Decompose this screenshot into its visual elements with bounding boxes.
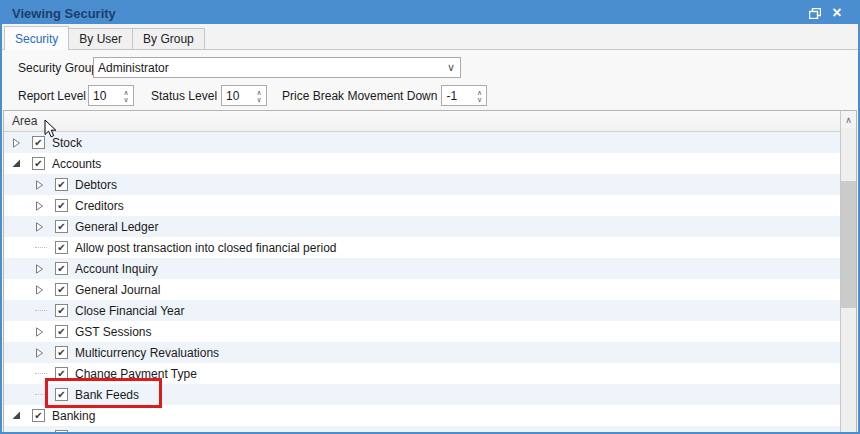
checkbox[interactable]: ✔	[55, 283, 68, 296]
checkbox[interactable]: ✔	[55, 346, 68, 359]
tree-row-label: Debtors	[75, 178, 117, 192]
tree-connector-stub	[35, 247, 55, 248]
tree-connector-stub	[35, 310, 55, 311]
checkbox[interactable]: ✔	[55, 199, 68, 212]
price-break-spin-down-icon[interactable]: ∨	[477, 96, 482, 103]
checkbox[interactable]: ✔	[55, 304, 68, 317]
tree-row[interactable]: ✔Account Inquiry	[4, 258, 840, 279]
expander-collapsed-icon[interactable]	[35, 201, 55, 211]
dialog-window: Viewing Security × Security By User By G…	[0, 0, 860, 434]
form-pane: Security Group Administrator ∨ Report Le…	[2, 50, 858, 110]
area-column-header[interactable]: Area	[4, 111, 840, 132]
tree-row-label: General Ledger	[75, 220, 158, 234]
expander-collapsed-icon[interactable]	[35, 264, 55, 274]
checkbox[interactable]: ✔	[55, 262, 68, 275]
expander-collapsed-icon[interactable]	[12, 138, 32, 148]
checkbox[interactable]: ✔	[32, 409, 45, 422]
window-title: Viewing Security	[12, 6, 116, 21]
annotation-box	[45, 378, 162, 408]
tree-row-label: General Journal	[75, 283, 160, 297]
tree-row-label: Accounts	[52, 157, 101, 171]
tree-row[interactable]: ✔General Ledger	[4, 216, 840, 237]
report-level-value: 10	[89, 86, 119, 105]
tree-row-label: Creditors	[75, 199, 124, 213]
tree-row[interactable]: ✔Banking	[4, 405, 840, 426]
tab-by-user-label: By User	[79, 32, 122, 46]
tree-row[interactable]: ✔Cheque	[4, 426, 840, 432]
close-icon: ×	[832, 5, 841, 21]
scrollbar-up-button[interactable]: ∧	[841, 111, 856, 128]
checkbox[interactable]: ✔	[55, 220, 68, 233]
expander-collapsed-icon[interactable]	[35, 222, 55, 232]
tab-security-label: Security	[15, 32, 58, 46]
tab-strip: Security By User By Group	[2, 24, 858, 50]
security-group-value: Administrator	[98, 61, 447, 75]
expander-collapsed-icon[interactable]	[35, 432, 55, 433]
tree-row[interactable]: ✔Allow post transaction into closed fina…	[4, 237, 840, 258]
tree-row-label: Allow post transaction into closed finan…	[75, 241, 336, 255]
tree-row-label: Banking	[52, 409, 95, 423]
security-group-label: Security Group	[18, 61, 88, 75]
tab-by-group[interactable]: By Group	[132, 28, 205, 49]
tree-row-label: Multicurrency Revaluations	[75, 346, 219, 360]
mouse-cursor	[44, 119, 57, 138]
status-level-label: Status Level	[151, 89, 217, 103]
checkbox[interactable]: ✔	[55, 178, 68, 191]
expander-expanded-icon[interactable]	[12, 411, 32, 420]
price-break-spin-up-icon[interactable]: ∧	[477, 89, 482, 96]
expander-collapsed-icon[interactable]	[35, 348, 55, 358]
restore-button[interactable]	[804, 4, 826, 22]
report-level-input[interactable]: 10 ∧ ∨	[88, 85, 134, 106]
tree-connector-stub	[35, 373, 55, 374]
tree-row[interactable]: ✔Accounts	[4, 153, 840, 174]
security-tree-grid: Area ✔Stock✔Accounts✔Debtors✔Creditors✔G…	[3, 110, 857, 432]
dropdown-chevron-icon: ∨	[447, 61, 460, 74]
report-level-label: Report Level	[18, 89, 84, 103]
tab-by-user[interactable]: By User	[68, 28, 133, 49]
status-level-value: 10	[222, 86, 252, 105]
expander-collapsed-icon[interactable]	[35, 327, 55, 337]
restore-icon	[809, 8, 821, 19]
checkbox[interactable]: ✔	[55, 241, 68, 254]
vertical-scrollbar[interactable]: ∧	[840, 111, 856, 432]
price-break-movement-down-input[interactable]: -1 ∧ ∨	[441, 85, 487, 106]
area-column-header-label: Area	[12, 114, 37, 128]
scrollbar-thumb[interactable]	[841, 181, 856, 308]
checkbox[interactable]: ✔	[55, 430, 68, 432]
status-level-spin-down-icon[interactable]: ∨	[256, 96, 261, 103]
checkbox[interactable]: ✔	[55, 325, 68, 338]
tree-row[interactable]: ✔Creditors	[4, 195, 840, 216]
security-group-select[interactable]: Administrator ∨	[93, 57, 461, 78]
report-level-spin-down-icon[interactable]: ∨	[123, 96, 128, 103]
expander-collapsed-icon[interactable]	[35, 285, 55, 295]
status-level-input[interactable]: 10 ∧ ∨	[221, 85, 267, 106]
tree-row[interactable]: ✔Multicurrency Revaluations	[4, 342, 840, 363]
status-level-spin-up-icon[interactable]: ∧	[256, 89, 261, 96]
title-bar: Viewing Security ×	[2, 2, 858, 24]
price-break-movement-down-value: -1	[442, 86, 472, 105]
tree-row[interactable]: ✔Stock	[4, 132, 840, 153]
checkbox[interactable]: ✔	[32, 157, 45, 170]
price-break-movement-down-label: Price Break Movement Down	[282, 89, 437, 103]
scrollbar-up-icon: ∧	[845, 115, 852, 125]
tree-row-label: Close Financial Year	[75, 304, 184, 318]
tree-row-label: Account Inquiry	[75, 262, 158, 276]
tree-row[interactable]: ✔Debtors	[4, 174, 840, 195]
tree-row-label: Cheque	[75, 430, 117, 433]
expander-collapsed-icon[interactable]	[35, 180, 55, 190]
expander-expanded-icon[interactable]	[12, 159, 32, 168]
tree-row-label: GST Sessions	[75, 325, 151, 339]
tab-security[interactable]: Security	[4, 26, 69, 50]
tab-by-group-label: By Group	[143, 32, 194, 46]
tree-row[interactable]: ✔GST Sessions	[4, 321, 840, 342]
tree-row[interactable]: ✔General Journal	[4, 279, 840, 300]
tree-row[interactable]: ✔Close Financial Year	[4, 300, 840, 321]
close-button[interactable]: ×	[826, 4, 848, 22]
report-level-spin-up-icon[interactable]: ∧	[123, 89, 128, 96]
